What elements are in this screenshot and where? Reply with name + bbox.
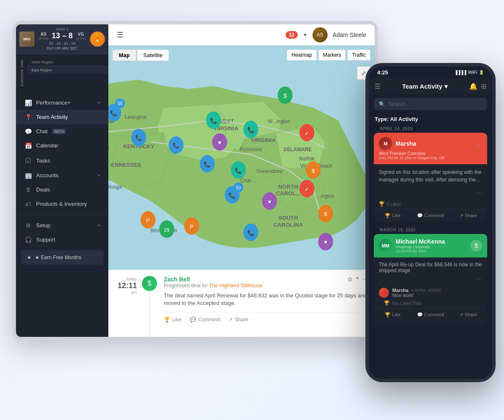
map-view-button[interactable]: Map xyxy=(113,50,136,61)
phone-type-label: Type: All Activity xyxy=(369,113,492,125)
svg-text:...ington: ...ington xyxy=(317,193,334,199)
traffic-button[interactable]: Traffic xyxy=(347,50,370,60)
comment-button[interactable]: 💬 Comment xyxy=(190,317,220,323)
feed-user-avatar: $ xyxy=(142,276,157,291)
phone-hamburger-icon[interactable]: ☰ xyxy=(375,82,381,90)
svg-text:✓: ✓ xyxy=(304,130,309,136)
marsha-share-button[interactable]: ↗ Share xyxy=(449,213,487,218)
marsha-avatar: M xyxy=(379,137,392,150)
likes-trophy-icon: 🏆 xyxy=(379,201,385,207)
nav-setup[interactable]: ⚙ Setup ▾ xyxy=(16,218,108,233)
phone-card-marsha: M Marsha 📍 West Premium Cannabis 2:41 PM… xyxy=(374,133,487,222)
feed-company-link[interactable]: The Highland Stillhouse xyxy=(209,283,262,289)
marsha-more-icon[interactable]: ··· xyxy=(374,188,487,199)
earn-free-months-button[interactable]: ★ ★ Earn Free Months xyxy=(21,250,103,265)
phone-mockup: 4:25 ▐▐▐▐ WiFi 🔋 ☰ Team Activity ▾ 🔔 ⊞ 🔍… xyxy=(365,63,496,382)
nav-calendar-label: Calendar xyxy=(36,142,58,149)
map-container: KENTUCKY ENNESSEE WEST VIRGINIA VIRGINIA… xyxy=(108,45,375,270)
chat-badge: BETA xyxy=(52,129,66,134)
accounts-icon: 🏢 xyxy=(24,172,32,179)
region-west[interactable]: West Region xyxy=(27,58,108,66)
deal-dollar-icon: $ xyxy=(470,240,482,252)
phone-card-michael: MM Michael McKenna Roadmap Corporate 12:… xyxy=(374,234,487,325)
team-activity-icon: 📍 xyxy=(24,114,32,121)
nav-chat[interactable]: 💬 Chat BETA xyxy=(16,124,108,139)
map-filter-controls: Heatmap Markers Traffic xyxy=(287,50,370,60)
phone-status-bar: 4:25 ▐▐▐▐ WiFi 🔋 xyxy=(369,66,492,78)
calendar-icon: 📅 xyxy=(24,142,32,149)
like-label: Like xyxy=(172,317,181,323)
phone-search-placeholder: Search... xyxy=(388,101,410,107)
share-button[interactable]: ↗ Share xyxy=(228,317,248,323)
marsha-likes: 🏆 0 Likes xyxy=(374,199,487,209)
michael-body: The April Re-up Deal for $68,546 is now … xyxy=(374,257,487,325)
score-center: WEEK 6 AS (5·0·0) 13 – 8 VG (0·3·2) 01 :… xyxy=(37,28,87,50)
svg-text:Char...: Char... xyxy=(240,178,255,184)
nav-chat-label: Chat xyxy=(36,128,47,134)
michael-name: Michael McKenna xyxy=(396,238,467,245)
region-enterprise[interactable]: Enterprise View xyxy=(16,58,27,88)
svg-text:📞: 📞 xyxy=(204,161,211,168)
marsha-body: Signed on this location after speaking w… xyxy=(374,164,487,188)
michael-more-icon[interactable]: ··· xyxy=(379,273,482,284)
nav-products[interactable]: 🏷 Products & Inventory xyxy=(16,197,108,211)
performance-icon: 📊 xyxy=(24,100,32,106)
phone-bell-icon[interactable]: 🔔 xyxy=(469,82,478,90)
notif-dropdown-arrow[interactable]: ▼ xyxy=(303,32,307,37)
setup-icon: ⚙ xyxy=(24,222,32,229)
phone-search-bar[interactable]: 🔍 Search... xyxy=(374,98,487,110)
record-right: (0·3·2) xyxy=(76,37,86,40)
nav-deals[interactable]: $ Deals xyxy=(16,183,108,197)
satellite-view-button[interactable]: Satellite xyxy=(137,50,169,61)
marsha-name: Marsha xyxy=(396,140,472,147)
phone-filter-icon[interactable]: ⊞ xyxy=(481,82,486,90)
nav-tasks[interactable]: ☑ Tasks xyxy=(16,153,108,168)
performance-arrow: ▾ xyxy=(98,100,100,105)
feed-user-name: Zach Bell xyxy=(164,276,344,283)
phone-header: ☰ Team Activity ▾ 🔔 ⊞ xyxy=(369,78,492,94)
svg-text:$: $ xyxy=(312,168,315,174)
phone-feed: APRIL 24, 2020 M Marsha 📍 West Premium C… xyxy=(369,125,492,379)
phone-time: 4:25 xyxy=(377,69,388,76)
feed-time: today 12:11 pm xyxy=(108,270,142,337)
comment-avatar xyxy=(379,288,389,298)
michael-card-header: MM Michael McKenna Roadmap Corporate 12:… xyxy=(374,234,487,257)
svg-text:DELAWARE: DELAWARE xyxy=(284,147,312,152)
nav-support[interactable]: 🎧 Support xyxy=(16,233,108,247)
region-east[interactable]: East Region xyxy=(27,66,108,74)
marsha-company: West Premium Cannabis xyxy=(379,151,482,156)
nav-products-label: Products & Inventory xyxy=(36,201,87,207)
svg-text:NORTH: NORTH xyxy=(278,184,298,190)
you-liked-trophy-icon: 🏆 xyxy=(384,300,390,306)
map-background: KENTUCKY ENNESSEE WEST VIRGINIA VIRGINIA… xyxy=(108,45,375,270)
gear-icon[interactable]: ⚙ xyxy=(347,276,353,283)
phone-search-icon: 🔍 xyxy=(379,101,385,107)
notification-badge[interactable]: 12 xyxy=(286,31,298,39)
nav-accounts[interactable]: 🏢 Accounts ▾ xyxy=(16,168,108,183)
markers-button[interactable]: Markers xyxy=(318,50,346,60)
nav-team-activity[interactable]: 📍 Team Activity xyxy=(16,110,108,124)
you-liked-text: You Liked This xyxy=(391,301,422,306)
michael-share-button[interactable]: ↗ Share xyxy=(449,312,487,318)
svg-text:Richmond: Richmond xyxy=(240,147,262,152)
svg-text:Chattanooga: Chattanooga xyxy=(108,184,122,190)
nav-calendar[interactable]: 📅 Calendar xyxy=(16,139,108,153)
michael-like-button[interactable]: 🏆 Like xyxy=(374,312,412,318)
dropdown-icon[interactable]: ▼ xyxy=(355,276,360,283)
michael-company: Roadmap Corporate xyxy=(396,245,467,249)
heatmap-button[interactable]: Heatmap xyxy=(287,50,317,60)
svg-text:SOUTH: SOUTH xyxy=(278,215,298,221)
top-bar: ☰ 12 ▼ AS Adam Steele xyxy=(108,24,375,45)
svg-text:CAROLINA: CAROLINA xyxy=(273,222,303,228)
deals-icon: $ xyxy=(24,186,32,193)
likes-count: 0 Likes xyxy=(386,202,401,207)
hamburger-icon[interactable]: ☰ xyxy=(117,30,123,39)
nav-performance[interactable]: 📊 Performance+ ▾ xyxy=(16,96,108,110)
marsha-like-button[interactable]: 🏆 Like xyxy=(374,213,412,218)
marsha-comment-button[interactable]: 💬 Comment xyxy=(412,213,449,218)
michael-comment-button[interactable]: 💬 Comment xyxy=(412,312,449,318)
like-button[interactable]: 🏆 Like xyxy=(164,317,181,323)
map-view-controls: Map Satellite xyxy=(113,50,169,61)
comment-content: Marsha 4:24 PM · 4/24/20 Nice work! xyxy=(392,288,482,298)
marsha-time-detail: 2:41 PM for 1h 15m in Oregon City, OR xyxy=(379,156,482,160)
